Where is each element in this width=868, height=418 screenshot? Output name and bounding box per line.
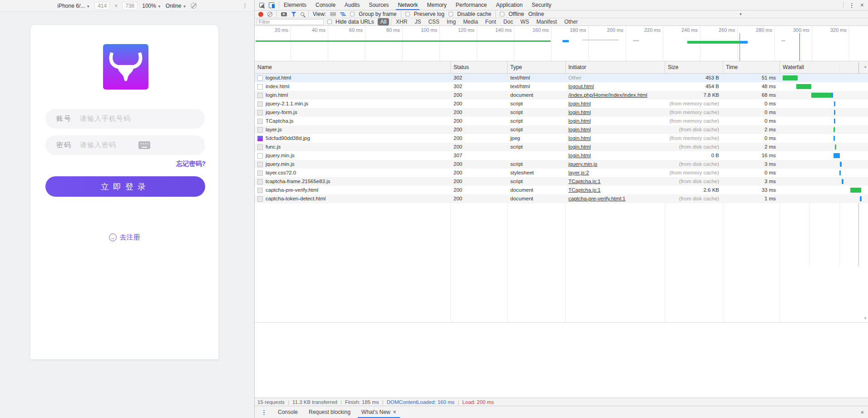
initiator-link[interactable]: login.html — [568, 127, 591, 132]
device-select[interactable]: iPhone 6/...▼ — [58, 3, 90, 9]
column-header-initiator[interactable]: Initiator — [566, 61, 665, 73]
initiator-link[interactable]: login.html — [568, 109, 591, 115]
throttling-select[interactable]: Online — [528, 11, 544, 17]
initiator-link[interactable]: login.html — [568, 118, 591, 124]
tab-close-icon[interactable]: × — [393, 409, 396, 415]
account-field[interactable]: 账号 请输入手机号码 — [45, 109, 205, 129]
filter-type-css[interactable]: CSS — [425, 18, 442, 25]
request-row[interactable]: logout.html302text/htmlOther453 B51 ms — [255, 74, 868, 82]
column-header-name[interactable]: Name — [255, 61, 451, 73]
column-header-time[interactable]: Time — [723, 61, 780, 73]
record-network-log-icon[interactable] — [258, 12, 263, 17]
search-icon[interactable] — [301, 12, 304, 16]
drawer-tab-what-s-new[interactable]: What's New× — [356, 406, 402, 418]
scroll-down-icon[interactable]: ▼ — [863, 316, 867, 320]
filter-type-doc[interactable]: Doc — [501, 18, 516, 25]
register-link[interactable]: → 去注册 — [30, 233, 218, 242]
devtools-close-icon[interactable]: × — [860, 1, 864, 9]
request-row[interactable]: TCaptcha.js200scriptlogin.html(from memo… — [255, 117, 868, 125]
tab-security[interactable]: Security — [527, 0, 556, 10]
column-header-size[interactable]: Size — [665, 61, 723, 73]
request-row[interactable]: index.html302text/htmllogout.html454 B48… — [255, 82, 868, 91]
device-toolbar-menu-icon[interactable]: ⋮ — [242, 2, 248, 9]
initiator-link[interactable]: TCaptcha.js:1 — [568, 179, 601, 184]
filter-type-img[interactable]: Img — [444, 18, 459, 25]
drawer-menu-icon[interactable]: ⋮ — [257, 409, 271, 416]
filter-type-media[interactable]: Media — [460, 18, 481, 25]
login-button[interactable]: 立即登录 — [45, 176, 205, 197]
request-row[interactable]: 5dcfad90dd38d.jpg200jpeglogin.html(from … — [255, 134, 868, 143]
filter-type-manifest[interactable]: Manifest — [534, 18, 560, 25]
filter-type-other[interactable]: Other — [562, 18, 581, 25]
initiator-link[interactable]: logout.html — [568, 84, 594, 89]
request-row[interactable]: captcha-pre-verify.html200documentTCaptc… — [255, 186, 868, 194]
network-filter-input[interactable] — [256, 19, 324, 25]
tab-memory[interactable]: Memory — [422, 0, 451, 10]
request-initiator-cell: TCaptcha.js:1 — [566, 177, 665, 186]
request-row[interactable]: layer.js200scriptlogin.html(from disk ca… — [255, 125, 868, 134]
password-field[interactable]: 密码 请输入密码 — [45, 135, 205, 155]
drawer-close-icon[interactable]: × — [860, 409, 868, 416]
filter-type-ws[interactable]: WS — [518, 18, 532, 25]
network-throttle-select[interactable]: Online▼ — [166, 3, 187, 9]
initiator-link[interactable]: TCaptcha.js:1 — [568, 187, 601, 193]
device-toolbar-toggle-icon[interactable] — [269, 2, 274, 8]
tab-elements[interactable]: Elements — [279, 0, 311, 10]
offline-checkbox[interactable] — [500, 12, 504, 16]
request-row[interactable]: jquery.min.js200scriptjquery.min.js(from… — [255, 160, 868, 169]
preserve-log-checkbox[interactable] — [405, 12, 410, 16]
request-row[interactable]: jquery-form.js200scriptlogin.html(from m… — [255, 108, 868, 117]
initiator-link[interactable]: jquery.min.js — [568, 161, 597, 167]
initiator-link[interactable]: captcha-pre-verify.html:1 — [568, 196, 626, 201]
column-header-type[interactable]: Type — [508, 61, 566, 73]
disable-cache-checkbox[interactable] — [449, 12, 453, 16]
scroll-up-icon[interactable]: ▲ — [863, 65, 867, 69]
drawer-tab-console[interactable]: Console — [272, 406, 303, 418]
device-width-field[interactable]: 414 — [94, 2, 110, 10]
request-row[interactable]: login.html200document/index.php/Home/Ind… — [255, 91, 868, 100]
hide-data-urls-checkbox[interactable] — [327, 20, 332, 24]
tab-network[interactable]: Network — [393, 0, 422, 10]
tab-application[interactable]: Application — [492, 0, 528, 10]
tab-console[interactable]: Console — [311, 0, 340, 10]
filter-type-all[interactable]: All — [378, 18, 389, 25]
group-by-frame-checkbox[interactable] — [350, 12, 355, 16]
network-overview-timeline[interactable]: 20 ms40 ms60 ms80 ms100 ms120 ms140 ms16… — [255, 26, 868, 61]
filter-type-js[interactable]: JS — [412, 18, 424, 25]
drawer-tabs: ConsoleRequest blockingWhat's New× — [272, 406, 402, 418]
initiator-link[interactable]: login.html — [568, 135, 591, 141]
drawer-tab-request-blocking[interactable]: Request blocking — [303, 406, 356, 418]
filter-icon[interactable] — [291, 12, 296, 17]
request-row[interactable]: func.js200scriptlogin.html(from disk cac… — [255, 143, 868, 151]
request-row[interactable]: jquery.min.js307login.html0 B16 ms — [255, 151, 868, 160]
initiator-link[interactable]: login.html — [568, 153, 591, 158]
capture-screenshots-icon[interactable] — [281, 12, 287, 16]
devtools-menu-icon[interactable]: ⋮ — [849, 2, 855, 9]
initiator-link[interactable]: layer.js:2 — [568, 170, 589, 175]
password-placeholder: 请输入密码 — [80, 141, 116, 149]
forgot-password-link[interactable]: 忘记密码? — [176, 160, 206, 168]
column-header-status[interactable]: Status — [451, 61, 508, 73]
initiator-link[interactable]: /index.php/Home/Index/index.html — [568, 92, 647, 98]
tab-performance[interactable]: Performance — [451, 0, 492, 10]
waterfall-view-icon[interactable] — [340, 12, 346, 16]
tab-sources[interactable]: Sources — [364, 0, 393, 10]
request-type-filters: AllXHRJSCSSImgMediaFontDocWSManifestOthe… — [378, 18, 581, 25]
request-row[interactable]: jquery-2.1.1.min.js200scriptlogin.html(f… — [255, 100, 868, 108]
filter-type-xhr[interactable]: XHR — [393, 18, 410, 25]
rotate-device-icon[interactable] — [191, 3, 197, 9]
column-header-waterfall[interactable]: Waterfall — [780, 61, 868, 73]
waterfall-bar — [835, 144, 836, 149]
initiator-link[interactable]: login.html — [568, 101, 591, 106]
initiator-link[interactable]: login.html — [568, 144, 591, 149]
request-row[interactable]: captcha-token-detect.html200documentcapt… — [255, 194, 868, 203]
zoom-select[interactable]: 100%▼ — [142, 3, 161, 9]
filter-type-font[interactable]: Font — [483, 18, 499, 25]
clear-network-log-icon[interactable] — [267, 12, 272, 17]
request-row[interactable]: layer.css?2.0200stylesheetlayer.js:2(fro… — [255, 169, 868, 177]
tab-audits[interactable]: Audits — [340, 0, 364, 10]
request-row[interactable]: tcaptcha-frame.21565e83.js200scriptTCapt… — [255, 177, 868, 186]
large-rows-toggle-icon[interactable] — [330, 12, 336, 16]
device-height-field[interactable]: 736 — [122, 2, 138, 10]
inspect-element-icon[interactable] — [259, 3, 264, 8]
